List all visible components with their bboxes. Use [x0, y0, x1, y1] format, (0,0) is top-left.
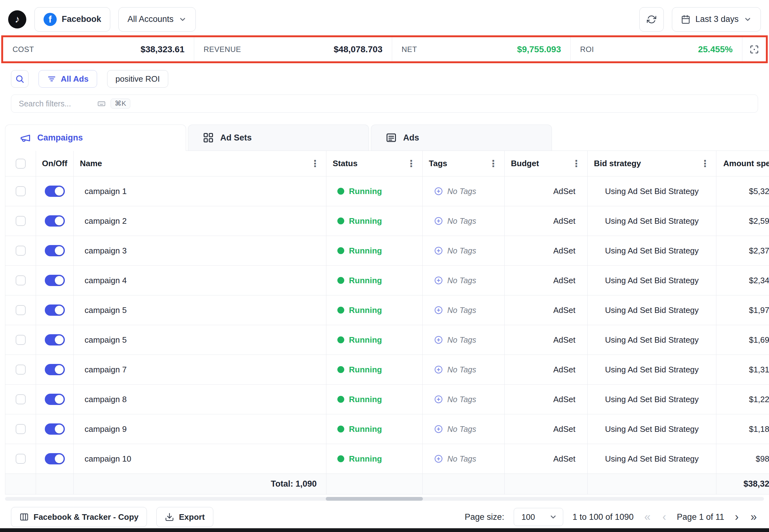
facebook-platform-button[interactable]: f Facebook: [34, 7, 110, 32]
accounts-dropdown-label: All Accounts: [127, 14, 173, 24]
campaign-name-cell[interactable]: campaign 5: [74, 295, 326, 325]
column-menu-icon[interactable]: ⋮: [407, 159, 416, 168]
campaign-toggle[interactable]: [45, 334, 65, 345]
search-filters-input[interactable]: [19, 99, 92, 108]
add-tag-icon[interactable]: [434, 424, 443, 434]
add-tag-icon[interactable]: [434, 187, 443, 196]
select-all-checkbox[interactable]: [16, 159, 26, 169]
budget-value: AdSet: [553, 424, 575, 434]
row-checkbox[interactable]: [16, 454, 26, 464]
amount-spent-value: $1,97: [749, 305, 769, 315]
row-toggle-cell: [36, 236, 74, 265]
campaign-toggle[interactable]: [45, 275, 65, 286]
page-size-select[interactable]: 100: [514, 508, 563, 526]
row-checkbox[interactable]: [16, 335, 26, 345]
campaign-name-cell[interactable]: campaign 10: [74, 444, 326, 473]
budget-value: AdSet: [553, 395, 575, 404]
prev-page-button[interactable]: ‹: [661, 511, 668, 523]
row-checkbox[interactable]: [16, 246, 26, 256]
row-checkbox[interactable]: [16, 216, 26, 226]
campaign-toggle[interactable]: [45, 186, 65, 197]
status-cell: Running: [326, 414, 423, 444]
status-dot: [337, 455, 344, 462]
campaign-toggle[interactable]: [45, 423, 65, 435]
add-tag-icon[interactable]: [434, 305, 443, 315]
column-menu-icon[interactable]: ⋮: [571, 159, 581, 168]
status-cell: Running: [326, 236, 423, 265]
row-checkbox[interactable]: [16, 275, 26, 285]
export-button[interactable]: Export: [156, 507, 213, 527]
tab-campaigns[interactable]: Campaigns: [5, 125, 186, 151]
row-checkbox[interactable]: [16, 305, 26, 315]
row-toggle-cell: [36, 266, 74, 295]
add-tag-icon[interactable]: [434, 365, 443, 374]
horizontal-scrollbar[interactable]: [5, 497, 764, 501]
status-dot: [337, 307, 344, 314]
row-checkbox[interactable]: [16, 394, 26, 404]
bid-strategy-value: Using Ad Set Bid Strategy: [605, 395, 699, 404]
add-tag-icon[interactable]: [434, 276, 443, 285]
scrollbar-thumb[interactable]: [326, 497, 423, 501]
table-row: campaign 7 Running No Tags AdSet Using A…: [5, 355, 769, 385]
campaign-toggle[interactable]: [45, 394, 65, 405]
bid-strategy-cell: Using Ad Set Bid Strategy: [588, 385, 716, 414]
refresh-button[interactable]: [639, 7, 664, 32]
tab-ads[interactable]: Ads: [371, 125, 552, 151]
column-menu-icon[interactable]: ⋮: [700, 159, 710, 168]
accounts-dropdown[interactable]: All Accounts: [118, 7, 196, 32]
table-row: campaign 4 Running No Tags AdSet Using A…: [5, 266, 769, 295]
campaign-name-cell[interactable]: campaign 2: [74, 206, 326, 236]
next-page-button[interactable]: ›: [734, 511, 740, 523]
shortcut-badge: ⌘K: [110, 99, 130, 109]
tags-cell: No Tags: [423, 176, 505, 206]
row-checkbox[interactable]: [16, 365, 26, 375]
tags-cell: No Tags: [423, 295, 505, 325]
bid-strategy-value: Using Ad Set Bid Strategy: [605, 454, 699, 464]
report-button[interactable]: Facebook & Tracker - Copy: [11, 507, 147, 527]
budget-value: AdSet: [553, 187, 575, 196]
budget-value: AdSet: [553, 305, 575, 315]
all-ads-filter-button[interactable]: All Ads: [38, 70, 97, 88]
filters-search-bar[interactable]: ⌘K: [11, 95, 758, 113]
tiktok-icon[interactable]: ♪: [8, 10, 26, 28]
campaign-name-cell[interactable]: campaign 9: [74, 414, 326, 444]
campaign-name-cell[interactable]: campaign 8: [74, 385, 326, 414]
date-range-label: Last 3 days: [695, 14, 739, 24]
campaign-name-cell[interactable]: campaign 7: [74, 355, 326, 384]
last-page-button[interactable]: »: [749, 511, 758, 523]
add-tag-icon[interactable]: [434, 216, 443, 226]
add-tag-icon[interactable]: [434, 246, 443, 255]
campaign-name-cell[interactable]: campaign 4: [74, 266, 326, 295]
tab-ad-sets[interactable]: Ad Sets: [188, 125, 369, 151]
campaign-name-cell[interactable]: campaign 3: [74, 236, 326, 265]
column-menu-icon[interactable]: ⋮: [489, 159, 498, 168]
campaign-name-cell[interactable]: campaign 5: [74, 325, 326, 355]
campaign-toggle[interactable]: [45, 215, 65, 227]
budget-cell: AdSet: [505, 444, 588, 473]
add-tag-icon[interactable]: [434, 454, 443, 463]
first-page-button[interactable]: «: [643, 511, 652, 523]
stat-label: REVENUE: [204, 45, 241, 54]
column-label: Name: [80, 159, 102, 168]
search-button[interactable]: [11, 70, 28, 88]
column-menu-icon[interactable]: ⋮: [310, 159, 320, 168]
budget-cell: AdSet: [505, 385, 588, 414]
page-size-label: Page size:: [465, 512, 504, 522]
campaign-name-cell[interactable]: campaign 1: [74, 176, 326, 206]
campaign-toggle[interactable]: [45, 245, 65, 256]
saved-filter-chip[interactable]: positive ROI: [107, 70, 168, 88]
row-checkbox[interactable]: [16, 424, 26, 434]
row-checkbox[interactable]: [16, 186, 26, 196]
scan-button[interactable]: [742, 37, 766, 61]
add-tag-icon[interactable]: [434, 335, 443, 345]
campaign-toggle[interactable]: [45, 453, 65, 464]
tags-cell: No Tags: [423, 206, 505, 236]
bid-strategy-value: Using Ad Set Bid Strategy: [605, 216, 699, 226]
date-range-dropdown[interactable]: Last 3 days: [672, 7, 761, 32]
column-header-amount-spent: Amount spent: [716, 151, 769, 176]
table-header-row: On/Off Name ⋮ Status ⋮ Tags ⋮ Budget ⋮ B…: [5, 151, 769, 176]
add-tag-icon[interactable]: [434, 395, 443, 404]
campaign-toggle[interactable]: [45, 364, 65, 375]
campaign-toggle[interactable]: [45, 304, 65, 316]
amount-spent-value: $2,59: [749, 216, 769, 226]
